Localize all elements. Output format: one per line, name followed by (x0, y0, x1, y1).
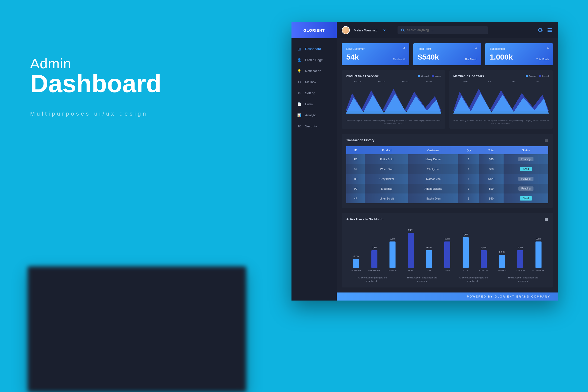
active-users-panel: Active Users In Six Month 0,2%JANUARY0,4… (342, 213, 553, 287)
table-row[interactable]: R5Polka ShirtMerry Denair1$45Pending (346, 154, 548, 164)
bar-column: 0,7%JULY (458, 233, 473, 272)
bar-rect (535, 241, 542, 268)
bar-rect (371, 250, 377, 268)
search-input[interactable] (407, 28, 484, 32)
user-name[interactable]: Melisa Wearnad (354, 28, 377, 32)
kpi-sublabel: This Month (393, 58, 405, 61)
status-badge[interactable]: Send (520, 167, 532, 171)
table-row[interactable]: B9Grey BlazerMarson Joe1$120Pending (346, 174, 548, 184)
nav-item-form[interactable]: 📄Form (291, 99, 337, 110)
bar-rect (444, 241, 450, 268)
nav-icon: 📊 (297, 113, 302, 117)
panel-title: Active Users In Six Month (346, 218, 383, 221)
bar-value-label: 0,6% (536, 237, 541, 240)
bar-value-label: 0,4% (372, 246, 377, 249)
bar-value-label: 0,4% (481, 246, 486, 249)
svg-point-0 (401, 29, 404, 31)
hamburger-icon[interactable] (547, 27, 553, 33)
svg-line-1 (403, 31, 404, 32)
status-badge[interactable]: Pending (518, 157, 534, 161)
menu-icon[interactable] (544, 138, 548, 142)
arrow-up-icon (403, 47, 406, 50)
status-badge[interactable]: Pending (518, 177, 534, 181)
panel-title: Transaction History (346, 138, 374, 142)
kpi-sublabel: This Month (536, 58, 549, 61)
bar-column: 0,4%AUGUST (476, 246, 491, 272)
bar-category: AUGUST (479, 269, 488, 272)
bar-rect (353, 259, 359, 268)
main-content: Melisa Wearnad New Customer54kThis M (337, 22, 558, 301)
bar-category: APRIL (408, 269, 414, 272)
nav-label: Analytic (305, 113, 317, 117)
brand-logo[interactable]: GLORIENT (291, 22, 337, 38)
nav-label: Notification (305, 69, 321, 73)
bar-rect (481, 250, 487, 268)
bar-category: JUNE (445, 269, 450, 272)
bar-value-label: 0,4% (518, 246, 523, 249)
bar-value-label: 0,6% (445, 237, 450, 240)
gear-icon[interactable] (537, 27, 543, 33)
topbar: Melisa Wearnad (337, 22, 558, 38)
nav-label: Profile Page (305, 58, 323, 62)
kpi-card[interactable]: Subscribtion1.000kThis Month (485, 43, 553, 65)
hero-line2: Dashboard (30, 69, 161, 98)
search-icon (401, 28, 405, 32)
table-row[interactable]: P0Mou BagAdam Mclamo1$99Pending (346, 184, 548, 193)
nav-icon: ◫ (297, 46, 302, 51)
bar-category: OCTOBER (515, 269, 526, 272)
kpi-row: New Customer54kThis MonthTotal Profit$54… (342, 43, 553, 65)
bar-column: 0,6%JUNE (440, 237, 455, 272)
nav-item-mailbox[interactable]: ✉Mailbox (291, 76, 337, 87)
chart-footer: Good morning Alan wonder! You can specif… (453, 119, 549, 125)
table-row[interactable]: 4FLiner ScraftSasha Dien3$50Send (346, 193, 548, 203)
bar-category: MAY (427, 269, 431, 272)
bar-category: FEBRUARY (368, 269, 380, 272)
member-years-panel: Member in One Years Casual Invest 400k90… (449, 70, 553, 129)
search-box[interactable] (398, 26, 488, 34)
transaction-table: IDProductCustomerQtyTotalStatus R5Polka … (346, 146, 548, 203)
charts-row: Product Sale Overview Casual Invest $15.… (342, 70, 553, 129)
table-header: ID (346, 146, 365, 154)
arrow-up-icon (475, 47, 478, 50)
bar-category: NOVEMBER (532, 269, 545, 272)
nav-item-setting[interactable]: ⚙Setting (291, 87, 337, 99)
nav-label: Form (305, 102, 313, 106)
nav-label: Dashboard (305, 47, 321, 51)
bar-column: 0,4%MAY (422, 246, 436, 272)
nav-icon: 👤 (297, 58, 302, 62)
bar-rect (517, 250, 523, 268)
hero-tagline: Multipurposes ui/ux design (30, 111, 161, 117)
bar-category: JANUARY (351, 269, 361, 272)
bar-rect (426, 250, 432, 268)
menu-icon[interactable] (544, 217, 548, 221)
nav-icon: ⚙ (297, 91, 302, 95)
nav-menu: ◫Dashboard👤Profile Page💡Notification✉Mai… (291, 38, 337, 137)
blurred-preview-card (28, 266, 246, 392)
chevron-down-icon[interactable] (383, 29, 386, 32)
table-header: Status (504, 146, 548, 154)
nav-icon: 🛠 (297, 124, 302, 128)
nav-item-profile-page[interactable]: 👤Profile Page (291, 54, 337, 65)
kpi-card[interactable]: New Customer54kThis Month (342, 43, 409, 65)
bar-value-label: 0,8% (408, 229, 414, 231)
table-row[interactable]: 8KWave SkirtShally Bie1$60Send (346, 164, 548, 174)
bar-category: JULY (463, 269, 468, 272)
kpi-label: Subscribtion (490, 47, 548, 50)
avatar[interactable] (342, 26, 350, 34)
nav-item-security[interactable]: 🛠Security (291, 121, 337, 132)
status-badge[interactable]: Send (520, 196, 532, 201)
nav-label: Setting (305, 91, 315, 95)
panel-title: Product Sale Overview (346, 74, 378, 78)
bar-rect (408, 233, 414, 268)
nav-item-notification[interactable]: 💡Notification (291, 65, 337, 76)
bar-rect (463, 237, 469, 268)
bar-value-label: 0,4% (426, 246, 432, 249)
nav-item-analytic[interactable]: 📊Analytic (291, 110, 337, 121)
kpi-card[interactable]: Total Profit$540kThis Month (413, 43, 481, 65)
bar-value-label: 0,6% (390, 237, 395, 240)
nav-item-dashboard[interactable]: ◫Dashboard (291, 43, 337, 54)
panel-title: Member in One Years (453, 74, 484, 78)
status-badge[interactable]: Pending (518, 186, 534, 191)
bar-value-label: 0,7% (463, 233, 468, 236)
area-chart: 400k90k200k70k (453, 81, 549, 117)
